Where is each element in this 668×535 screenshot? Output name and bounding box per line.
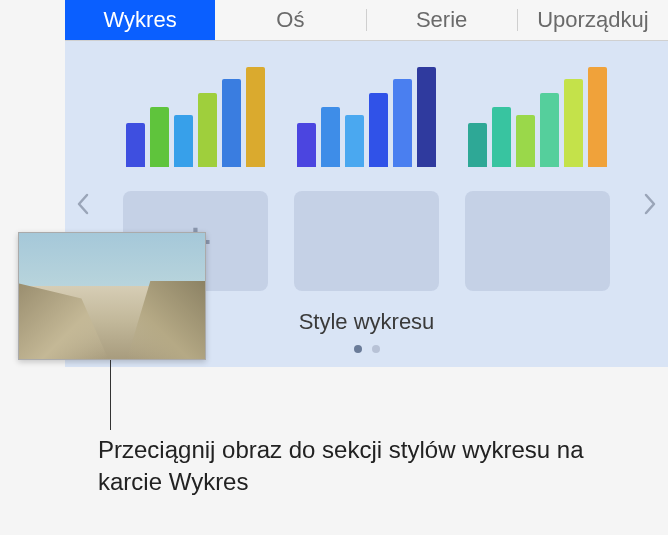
bar-icon <box>321 107 340 167</box>
bar-icon <box>516 115 535 167</box>
tab-series[interactable]: Serie <box>367 0 517 40</box>
bar-icon <box>198 93 217 167</box>
chevron-right-icon[interactable] <box>640 189 660 219</box>
callout-text: Przeciągnij obraz do sekcji stylów wykre… <box>98 434 618 499</box>
bar-icon <box>246 67 265 167</box>
bar-icon <box>588 67 607 167</box>
bar-icon <box>150 107 169 167</box>
bar-icon <box>174 115 193 167</box>
bar-icon <box>126 123 145 167</box>
empty-chart-style-slot-2[interactable] <box>294 191 439 291</box>
callout-line <box>110 360 111 430</box>
chart-style-thumb-3[interactable] <box>465 63 610 173</box>
chart-style-thumb-1[interactable] <box>123 63 268 173</box>
chart-styles-row <box>65 63 668 173</box>
bar-icon <box>417 67 436 167</box>
tab-bar: Wykres Oś Serie Uporządkuj <box>65 0 668 41</box>
page-dot-1[interactable] <box>354 345 362 353</box>
tab-arrange[interactable]: Uporządkuj <box>518 0 668 40</box>
bar-icon <box>369 93 388 167</box>
chevron-left-icon[interactable] <box>73 189 93 219</box>
bar-icon <box>297 123 316 167</box>
chart-style-thumb-2[interactable] <box>294 63 439 173</box>
tab-chart[interactable]: Wykres <box>65 0 215 40</box>
bar-icon <box>222 79 241 167</box>
tab-axis[interactable]: Oś <box>215 0 365 40</box>
bar-icon <box>393 79 412 167</box>
bar-icon <box>345 115 364 167</box>
empty-chart-style-slot-3[interactable] <box>465 191 610 291</box>
dragged-image-thumbnail[interactable] <box>18 232 206 360</box>
page-dot-2[interactable] <box>372 345 380 353</box>
bar-icon <box>468 123 487 167</box>
bar-icon <box>564 79 583 167</box>
bar-icon <box>540 93 559 167</box>
bar-icon <box>492 107 511 167</box>
